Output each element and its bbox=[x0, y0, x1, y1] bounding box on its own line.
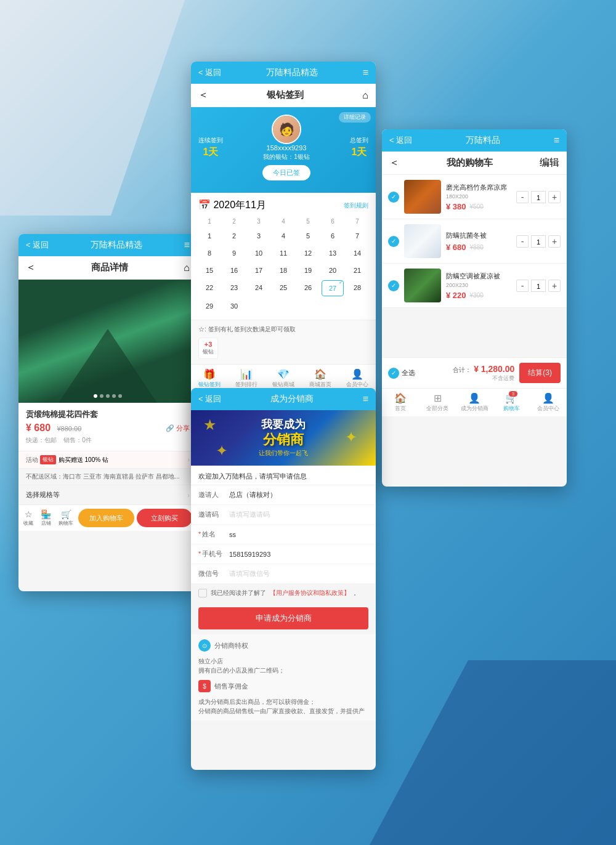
cal-day-11[interactable]: 11 bbox=[272, 246, 294, 261]
avatar-image: 🧑 bbox=[273, 116, 300, 143]
checkout-button[interactable]: 结算(3) bbox=[519, 363, 561, 383]
cart-nav-home[interactable]: 🏠 首页 bbox=[382, 391, 419, 414]
cart-product-prices-2: ¥ 680 ¥880 bbox=[446, 243, 511, 252]
cal-day-29[interactable]: 29 bbox=[198, 299, 221, 313]
weekday-1: 1 bbox=[198, 217, 221, 226]
cal-day-2[interactable]: 2 bbox=[223, 228, 245, 243]
cart-checkbox-1[interactable]: ✓ bbox=[388, 192, 399, 203]
cart-back-btn[interactable]: < 返回 bbox=[389, 135, 412, 146]
wechat-input[interactable]: 请填写微信号 bbox=[229, 569, 368, 578]
qty-minus-1[interactable]: - bbox=[516, 191, 529, 203]
cal-day-16[interactable]: 16 bbox=[223, 263, 245, 278]
dot-3[interactable] bbox=[106, 394, 110, 398]
qty-plus-3[interactable]: + bbox=[548, 280, 561, 292]
dot-5[interactable] bbox=[118, 394, 122, 398]
calendar-days: 1 2 3 4 5 6 7 8 9 10 11 12 13 14 15 16 1… bbox=[198, 228, 368, 313]
qty-plus-1[interactable]: + bbox=[548, 191, 561, 203]
cart-price-3: ¥ 220 bbox=[446, 291, 466, 300]
signin-menu-icon[interactable]: ≡ bbox=[363, 67, 368, 78]
dot-1[interactable] bbox=[94, 394, 97, 398]
cal-day-27[interactable]: 27 bbox=[322, 280, 344, 296]
cal-day-3[interactable]: 3 bbox=[248, 228, 270, 243]
nav-ranking[interactable]: 📊 签到排行 bbox=[228, 367, 265, 390]
cal-day-6[interactable]: 6 bbox=[322, 228, 344, 243]
cal-day-15[interactable]: 15 bbox=[198, 263, 221, 278]
agreement-checkbox[interactable] bbox=[198, 589, 207, 597]
cal-day-14[interactable]: 14 bbox=[346, 246, 368, 261]
cart-product-info-2: 防螨抗菌冬被 ¥ 680 ¥880 bbox=[446, 231, 511, 252]
buy-now-button[interactable]: 立刻购买 bbox=[137, 509, 193, 527]
distributor-menu-icon[interactable]: ≡ bbox=[363, 394, 368, 405]
product-home-icon[interactable]: ⌂ bbox=[184, 262, 190, 273]
cart-checkbox-3[interactable]: ✓ bbox=[388, 280, 399, 291]
cal-day-24[interactable]: 24 bbox=[248, 280, 270, 296]
cal-day-23[interactable]: 23 bbox=[223, 280, 245, 296]
cart-menu-icon[interactable]: ≡ bbox=[554, 135, 559, 146]
dot-2[interactable] bbox=[100, 394, 103, 398]
cart-nav-categories[interactable]: ⊞ 全部分类 bbox=[419, 391, 456, 414]
history-button[interactable]: 详细记录 bbox=[339, 112, 371, 123]
cal-day-13[interactable]: 13 bbox=[322, 246, 344, 261]
submit-distributor-button[interactable]: 申请成为分销商 bbox=[198, 607, 368, 629]
cal-day-10[interactable]: 10 bbox=[248, 246, 270, 261]
cal-day-30[interactable]: 30 bbox=[223, 299, 245, 313]
product-spec[interactable]: 选择规格等 › bbox=[18, 485, 197, 504]
product-back-arrow[interactable]: ＜ bbox=[26, 261, 36, 274]
product-region: 不配送区域：海口市 三亚市 海南直辖县 拉萨市 昌都地... bbox=[18, 468, 197, 485]
phone-value[interactable]: 15815919293 bbox=[229, 551, 368, 558]
collect-icon-item[interactable]: ☆ 收藏 bbox=[23, 509, 33, 527]
cal-day-18[interactable]: 18 bbox=[272, 263, 294, 278]
cal-day-5[interactable]: 5 bbox=[297, 228, 319, 243]
qty-plus-2[interactable]: + bbox=[548, 235, 561, 248]
cart-icon-item[interactable]: 🛒 购物车 bbox=[59, 509, 73, 527]
cal-day-26[interactable]: 26 bbox=[297, 280, 319, 296]
cart-qty-3: - 1 + bbox=[516, 280, 561, 292]
agreement-link[interactable]: 【用户服务协议和隐私政策】 bbox=[270, 589, 350, 597]
cal-day-12[interactable]: 12 bbox=[297, 246, 319, 261]
select-all-checkbox[interactable]: ✓ bbox=[388, 368, 399, 379]
cart-nav-distributor[interactable]: 👤 成为分销商 bbox=[456, 391, 493, 414]
cart-select-all[interactable]: ✓ 全选 bbox=[388, 368, 415, 379]
spec-arrow: › bbox=[187, 491, 190, 499]
calendar-rules-link[interactable]: 签到规则 bbox=[344, 201, 368, 210]
cart-checkbox-2[interactable]: ✓ bbox=[388, 236, 399, 247]
signin-back-arrow[interactable]: ＜ bbox=[198, 89, 208, 102]
dot-4[interactable] bbox=[112, 394, 116, 398]
signin-home-icon[interactable]: ⌂ bbox=[362, 90, 368, 101]
qty-minus-3[interactable]: - bbox=[516, 280, 529, 292]
cal-day-22[interactable]: 22 bbox=[198, 280, 221, 296]
add-to-cart-button[interactable]: 加入购物车 bbox=[78, 509, 134, 527]
product-back-btn[interactable]: < 返回 bbox=[26, 240, 49, 251]
cal-day-20[interactable]: 20 bbox=[322, 263, 344, 278]
cart-nav-cart[interactable]: 🛒 3 购物车 bbox=[493, 391, 530, 414]
signin-back-btn[interactable]: < 返回 bbox=[198, 67, 221, 78]
cal-day-7[interactable]: 7 bbox=[346, 228, 368, 243]
product-menu-icon[interactable]: ≡ bbox=[184, 240, 190, 251]
nav-home[interactable]: 🏠 商城首页 bbox=[302, 367, 339, 390]
name-value[interactable]: ss bbox=[229, 531, 368, 538]
cal-day-25[interactable]: 25 bbox=[272, 280, 294, 296]
nav-diamond-mall[interactable]: 💎 银钻商城 bbox=[265, 367, 302, 390]
distributor-form: 欢迎加入万陆料品，请填写申请信息 邀请人 总店（请核对） 邀请码 请填写邀请码 … bbox=[191, 466, 376, 584]
cart-edit-btn[interactable]: 编辑 bbox=[540, 156, 559, 169]
distributor-banner: ★ ✦ ✦ 我要成为 分销商 让我们带你一起飞 bbox=[191, 410, 376, 466]
nav-member[interactable]: 👤 会员中心 bbox=[339, 367, 376, 390]
cal-day-19[interactable]: 19 bbox=[297, 263, 319, 278]
cal-day-21[interactable]: 21 bbox=[346, 263, 368, 278]
cal-day-4[interactable]: 4 bbox=[272, 228, 294, 243]
product-share-btn[interactable]: 🔗 分享 bbox=[166, 424, 190, 433]
cal-day-17[interactable]: 17 bbox=[248, 263, 270, 278]
cart-back-arrow[interactable]: ＜ bbox=[389, 156, 399, 169]
nav-signin[interactable]: 🎁 银钻签到 bbox=[191, 367, 228, 390]
cal-day-1[interactable]: 1 bbox=[198, 228, 221, 243]
cal-day-28[interactable]: 28 bbox=[346, 280, 368, 296]
cal-day-9[interactable]: 9 bbox=[223, 246, 245, 261]
shop-icon-item[interactable]: 🏪 店铺 bbox=[41, 509, 51, 527]
invite-code-input[interactable]: 请填写邀请码 bbox=[229, 510, 368, 519]
cal-day-8[interactable]: 8 bbox=[198, 246, 221, 261]
cart-nav-member[interactable]: 👤 会员中心 bbox=[530, 391, 567, 414]
today-signin-button[interactable]: 今日已签 bbox=[262, 165, 310, 180]
distributor-back-btn[interactable]: < 返回 bbox=[198, 394, 221, 405]
product-app-title: 万陆料品精选 bbox=[91, 240, 142, 251]
qty-minus-2[interactable]: - bbox=[516, 235, 529, 248]
